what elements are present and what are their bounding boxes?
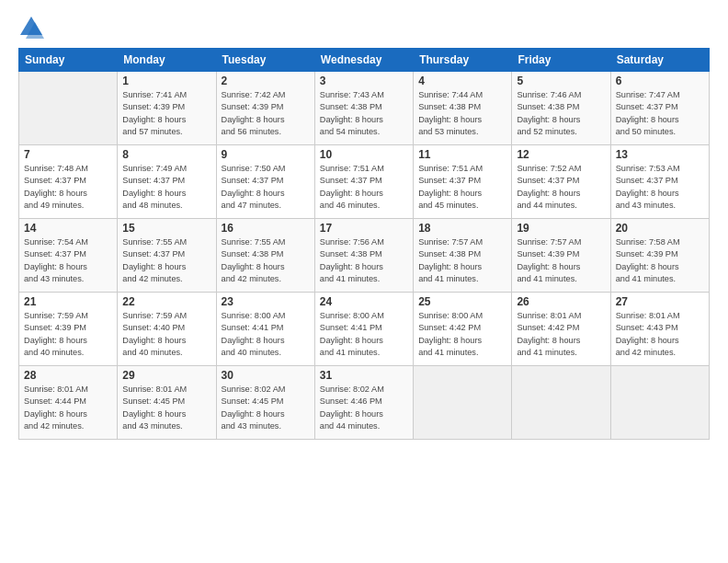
day-number: 5 xyxy=(517,75,605,87)
day-info: Sunrise: 7:42 AMSunset: 4:39 PMDaylight:… xyxy=(222,89,310,138)
calendar-table: SundayMondayTuesdayWednesdayThursdayFrid… xyxy=(18,48,710,440)
day-number: 29 xyxy=(122,369,210,382)
day-cell: 17Sunrise: 7:56 AMSunset: 4:38 PMDayligh… xyxy=(314,219,413,293)
day-info: Sunrise: 7:53 AMSunset: 4:37 PMDaylight:… xyxy=(616,163,704,212)
day-cell: 21Sunrise: 7:59 AMSunset: 4:39 PMDayligh… xyxy=(19,293,118,366)
day-info: Sunrise: 7:55 AMSunset: 4:38 PMDaylight:… xyxy=(222,236,310,285)
day-info: Sunrise: 7:57 AMSunset: 4:39 PMDaylight:… xyxy=(517,236,605,285)
day-info: Sunrise: 7:54 AMSunset: 4:37 PMDaylight:… xyxy=(24,236,112,285)
day-cell: 9Sunrise: 7:50 AMSunset: 4:37 PMDaylight… xyxy=(216,145,314,219)
calendar-page: SundayMondayTuesdayWednesdayThursdayFrid… xyxy=(0,0,728,563)
day-info: Sunrise: 8:02 AMSunset: 4:45 PMDaylight:… xyxy=(222,384,310,432)
day-cell: 1Sunrise: 7:41 AMSunset: 4:39 PMDaylight… xyxy=(118,72,216,145)
col-header-saturday: Saturday xyxy=(610,49,709,72)
day-info: Sunrise: 7:57 AMSunset: 4:38 PMDaylight:… xyxy=(418,236,506,285)
col-header-monday: Monday xyxy=(118,49,216,72)
day-cell: 11Sunrise: 7:51 AMSunset: 4:37 PMDayligh… xyxy=(414,145,512,219)
day-cell: 18Sunrise: 7:57 AMSunset: 4:38 PMDayligh… xyxy=(414,219,512,293)
day-cell: 30Sunrise: 8:02 AMSunset: 4:45 PMDayligh… xyxy=(216,366,314,440)
day-info: Sunrise: 7:52 AMSunset: 4:37 PMDaylight:… xyxy=(517,163,605,212)
day-number: 7 xyxy=(24,148,112,161)
day-cell: 26Sunrise: 8:01 AMSunset: 4:42 PMDayligh… xyxy=(512,293,610,366)
day-info: Sunrise: 8:00 AMSunset: 4:41 PMDaylight:… xyxy=(222,310,310,359)
day-number: 18 xyxy=(418,222,506,235)
day-info: Sunrise: 7:41 AMSunset: 4:39 PMDaylight:… xyxy=(122,89,210,138)
day-cell xyxy=(512,366,610,440)
day-info: Sunrise: 7:59 AMSunset: 4:39 PMDaylight:… xyxy=(24,310,112,359)
day-number: 8 xyxy=(122,148,210,161)
day-number: 19 xyxy=(517,222,605,235)
day-info: Sunrise: 8:01 AMSunset: 4:42 PMDaylight:… xyxy=(517,310,605,359)
day-cell: 6Sunrise: 7:47 AMSunset: 4:37 PMDaylight… xyxy=(610,72,709,145)
day-number: 11 xyxy=(418,148,506,161)
day-number: 9 xyxy=(222,148,310,161)
day-cell: 14Sunrise: 7:54 AMSunset: 4:37 PMDayligh… xyxy=(19,219,118,293)
day-number: 23 xyxy=(222,295,310,308)
col-header-friday: Friday xyxy=(512,49,610,72)
day-info: Sunrise: 7:47 AMSunset: 4:37 PMDaylight:… xyxy=(616,89,704,138)
day-number: 3 xyxy=(320,75,408,87)
day-number: 6 xyxy=(616,75,704,87)
col-header-tuesday: Tuesday xyxy=(216,49,314,72)
day-number: 24 xyxy=(320,295,408,308)
day-number: 15 xyxy=(122,222,210,235)
week-row-5: 28Sunrise: 8:01 AMSunset: 4:44 PMDayligh… xyxy=(19,366,710,440)
day-info: Sunrise: 7:48 AMSunset: 4:37 PMDaylight:… xyxy=(24,163,112,212)
day-info: Sunrise: 7:55 AMSunset: 4:37 PMDaylight:… xyxy=(122,236,210,285)
day-cell: 20Sunrise: 7:58 AMSunset: 4:39 PMDayligh… xyxy=(610,219,709,293)
day-info: Sunrise: 7:46 AMSunset: 4:38 PMDaylight:… xyxy=(517,89,605,138)
day-info: Sunrise: 7:56 AMSunset: 4:38 PMDaylight:… xyxy=(320,236,408,285)
day-info: Sunrise: 8:01 AMSunset: 4:43 PMDaylight:… xyxy=(616,310,704,359)
day-info: Sunrise: 7:44 AMSunset: 4:38 PMDaylight:… xyxy=(418,89,506,138)
day-cell: 27Sunrise: 8:01 AMSunset: 4:43 PMDayligh… xyxy=(610,293,709,366)
day-number: 31 xyxy=(320,369,408,382)
day-info: Sunrise: 7:50 AMSunset: 4:37 PMDaylight:… xyxy=(222,163,310,212)
day-info: Sunrise: 7:43 AMSunset: 4:38 PMDaylight:… xyxy=(320,89,408,138)
day-cell: 15Sunrise: 7:55 AMSunset: 4:37 PMDayligh… xyxy=(118,219,216,293)
day-number: 27 xyxy=(616,295,704,308)
day-cell: 12Sunrise: 7:52 AMSunset: 4:37 PMDayligh… xyxy=(512,145,610,219)
week-row-4: 21Sunrise: 7:59 AMSunset: 4:39 PMDayligh… xyxy=(19,293,710,366)
day-info: Sunrise: 7:51 AMSunset: 4:37 PMDaylight:… xyxy=(418,163,506,212)
col-header-wednesday: Wednesday xyxy=(314,49,413,72)
logo xyxy=(18,15,48,40)
day-info: Sunrise: 7:59 AMSunset: 4:40 PMDaylight:… xyxy=(122,310,210,359)
logo-icon xyxy=(18,15,44,40)
day-cell: 5Sunrise: 7:46 AMSunset: 4:38 PMDaylight… xyxy=(512,72,610,145)
day-info: Sunrise: 8:01 AMSunset: 4:45 PMDaylight:… xyxy=(122,384,210,432)
day-number: 26 xyxy=(517,295,605,308)
day-number: 4 xyxy=(418,75,506,87)
day-number: 14 xyxy=(24,222,112,235)
day-cell: 4Sunrise: 7:44 AMSunset: 4:38 PMDaylight… xyxy=(414,72,512,145)
day-cell: 22Sunrise: 7:59 AMSunset: 4:40 PMDayligh… xyxy=(118,293,216,366)
day-number: 17 xyxy=(320,222,408,235)
day-cell: 7Sunrise: 7:48 AMSunset: 4:37 PMDaylight… xyxy=(19,145,118,219)
day-cell: 29Sunrise: 8:01 AMSunset: 4:45 PMDayligh… xyxy=(118,366,216,440)
day-cell: 19Sunrise: 7:57 AMSunset: 4:39 PMDayligh… xyxy=(512,219,610,293)
week-row-1: 1Sunrise: 7:41 AMSunset: 4:39 PMDaylight… xyxy=(19,72,710,145)
header-row: SundayMondayTuesdayWednesdayThursdayFrid… xyxy=(19,49,710,72)
day-info: Sunrise: 7:58 AMSunset: 4:39 PMDaylight:… xyxy=(616,236,704,285)
day-cell: 8Sunrise: 7:49 AMSunset: 4:37 PMDaylight… xyxy=(118,145,216,219)
day-number: 12 xyxy=(517,148,605,161)
day-number: 25 xyxy=(418,295,506,308)
day-cell: 25Sunrise: 8:00 AMSunset: 4:42 PMDayligh… xyxy=(414,293,512,366)
day-cell: 24Sunrise: 8:00 AMSunset: 4:41 PMDayligh… xyxy=(314,293,413,366)
day-number: 1 xyxy=(122,75,210,87)
day-number: 28 xyxy=(24,369,112,382)
header xyxy=(18,15,710,40)
day-number: 22 xyxy=(122,295,210,308)
day-cell: 16Sunrise: 7:55 AMSunset: 4:38 PMDayligh… xyxy=(216,219,314,293)
day-number: 10 xyxy=(320,148,408,161)
day-cell: 23Sunrise: 8:00 AMSunset: 4:41 PMDayligh… xyxy=(216,293,314,366)
day-number: 2 xyxy=(222,75,310,87)
week-row-2: 7Sunrise: 7:48 AMSunset: 4:37 PMDaylight… xyxy=(19,145,710,219)
day-info: Sunrise: 8:00 AMSunset: 4:42 PMDaylight:… xyxy=(418,310,506,359)
day-number: 13 xyxy=(616,148,704,161)
day-cell: 10Sunrise: 7:51 AMSunset: 4:37 PMDayligh… xyxy=(314,145,413,219)
day-number: 20 xyxy=(616,222,704,235)
day-number: 16 xyxy=(222,222,310,235)
day-cell: 3Sunrise: 7:43 AMSunset: 4:38 PMDaylight… xyxy=(314,72,413,145)
day-cell: 13Sunrise: 7:53 AMSunset: 4:37 PMDayligh… xyxy=(610,145,709,219)
day-number: 21 xyxy=(24,295,112,308)
